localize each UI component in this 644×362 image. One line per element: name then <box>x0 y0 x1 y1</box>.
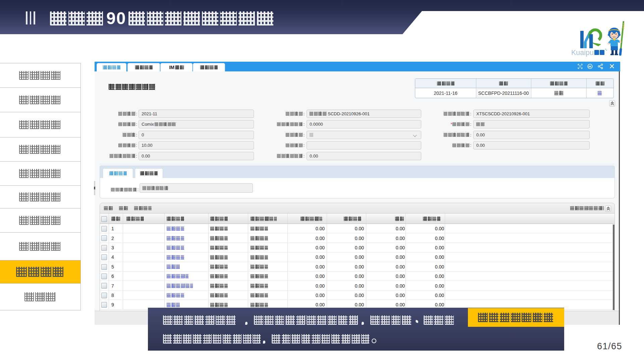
svg-text:IM: IM <box>588 65 591 68</box>
svg-text:Kuaipu: Kuaipu <box>571 49 594 57</box>
